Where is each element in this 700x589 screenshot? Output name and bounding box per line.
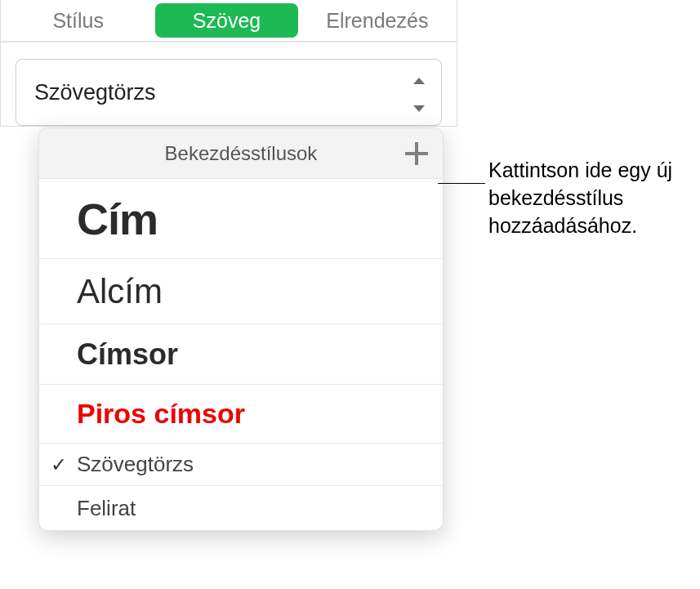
style-item-title[interactable]: Cím	[39, 179, 443, 259]
tab-layout[interactable]: Elrendezés	[298, 0, 457, 41]
style-label: Címsor	[77, 337, 178, 372]
style-item-body[interactable]: ✓ Szövegtörzs	[39, 444, 443, 486]
caret-icon	[413, 67, 425, 118]
callout-leader-line	[438, 183, 485, 184]
style-list: Cím Alcím Címsor Piros címsor ✓ Szövegtö…	[39, 179, 443, 530]
style-label: Piros címsor	[77, 398, 245, 430]
popover-title: Bekezdésstílusok	[165, 142, 318, 165]
style-label: Felirat	[77, 496, 136, 521]
add-style-button[interactable]	[405, 142, 428, 165]
callout-text: Kattintson ide egy új bekezdésstílus hoz…	[488, 157, 693, 239]
dropdown-selected-label: Szövegtörzs	[34, 80, 156, 105]
format-panel: Stílus Szöveg Elrendezés Szövegtörzs Bek…	[0, 0, 457, 127]
style-item-subtitle[interactable]: Alcím	[39, 259, 443, 324]
tab-text[interactable]: Szöveg	[155, 3, 297, 38]
paragraph-styles-popover: Bekezdésstílusok Cím Alcím Címsor Piros …	[38, 127, 444, 531]
style-label: Alcím	[77, 272, 163, 311]
check-icon: ✓	[51, 453, 67, 476]
style-item-heading[interactable]: Címsor	[39, 324, 443, 385]
paragraph-style-dropdown[interactable]: Szövegtörzs	[16, 59, 442, 126]
paragraph-style-section: Szövegtörzs	[1, 42, 457, 126]
style-label: Szövegtörzs	[77, 452, 194, 477]
style-item-caption[interactable]: Felirat	[39, 486, 443, 530]
tab-bar: Stílus Szöveg Elrendezés	[1, 0, 457, 42]
popover-header: Bekezdésstílusok	[39, 128, 443, 179]
style-item-red-heading[interactable]: Piros címsor	[39, 385, 443, 444]
tab-style[interactable]: Stílus	[1, 0, 155, 41]
plus-icon	[405, 142, 428, 165]
style-label: Cím	[77, 194, 158, 244]
